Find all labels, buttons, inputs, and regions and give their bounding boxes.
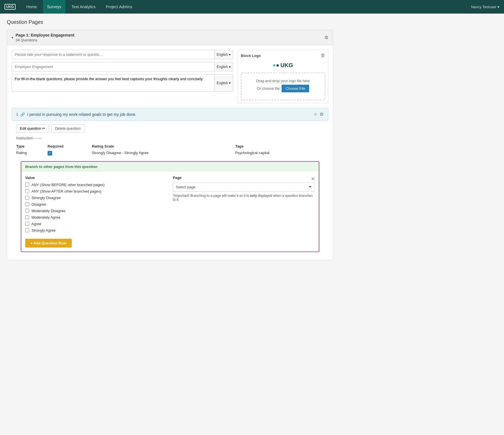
choose-file-button[interactable]: Choose File — [282, 85, 309, 92]
card-header: ▾ Page 1: Employee Engagement 34 Questio… — [7, 30, 333, 45]
question-gear-icon[interactable]: ⚙ — [320, 112, 324, 117]
ukg-text: UKG — [280, 62, 293, 69]
branch-option-label-4: Moderately Disagree — [31, 209, 65, 213]
edit-question-button[interactable]: Edit question ✏ — [16, 124, 49, 133]
page-select[interactable]: Select page — [173, 183, 315, 191]
branch-option-3: Disagree — [25, 202, 167, 206]
delete-question-button[interactable]: Delete question — [51, 124, 84, 133]
page-content: Question Pages ▾ Page 1: Employee Engage… — [0, 14, 340, 270]
question-text: I persist in pursuing my work-related go… — [27, 112, 136, 117]
nav-surveys[interactable]: Surveys — [43, 0, 65, 14]
branch-checkbox-4[interactable] — [25, 209, 29, 213]
branch-checkbox-7[interactable] — [25, 228, 29, 232]
branch-option-1: ANY (Show AFTER other branched pages) — [25, 189, 167, 193]
navbar: UKG Home Surveys Text Analytics Project … — [0, 0, 504, 14]
input-statement[interactable] — [12, 50, 214, 59]
branch-option-label-0: ANY (Show BEFORE other branched pages) — [31, 183, 105, 187]
branch-checkbox-3[interactable] — [25, 202, 29, 206]
or-choose-text: Or choose file: Choose File — [247, 85, 319, 92]
branch-checkbox-6[interactable] — [25, 222, 29, 226]
chevron-down-icon: ▾ — [497, 5, 499, 9]
branch-option-5: Moderately Agree — [25, 215, 167, 219]
branch-checkbox-1[interactable] — [25, 189, 29, 193]
brand-icon: UKG — [5, 4, 16, 10]
nav-project-admins[interactable]: Project Admins — [102, 0, 136, 14]
main-card: ▾ Page 1: Employee Engagement 34 Questio… — [7, 30, 333, 260]
branch-col-value: Value ANY (Show BEFORE other branched pa… — [25, 176, 167, 235]
questions-count: 34 Questions — [16, 38, 75, 42]
branch-note-bold: only — [250, 194, 257, 198]
branch-option-label-5: Moderately Agree — [31, 215, 60, 219]
lang-label-1: English — [217, 53, 228, 57]
input-row-2: English ▾ — [12, 62, 233, 71]
edit-question-label: Edit question — [20, 126, 41, 131]
logo-preview: UKG — [241, 60, 325, 70]
block-content: English ▾ English ▾ For fill-in-the-blan… — [7, 45, 333, 108]
logo-block-header: Block Logo 🗑 — [241, 53, 325, 58]
nav-home[interactable]: Home — [22, 0, 41, 14]
info-icon: ℹ — [16, 112, 18, 117]
question-section: ℹ 🔗 I persist in pursuing my work-relate… — [12, 108, 328, 260]
logo-block-title: Block Logo — [241, 54, 261, 58]
branch-option-4: Moderately Disagree — [25, 209, 167, 213]
lang-select-1[interactable]: English ▾ — [214, 50, 233, 59]
branch-header: Branch to other pages from this question — [21, 162, 319, 172]
gear-icon[interactable]: ⚙ — [324, 35, 328, 40]
chevron-down-icon: ▾ — [229, 53, 231, 57]
required-col-header: Required — [48, 143, 92, 150]
branch-option-0: ANY (Show BEFORE other branched pages) — [25, 183, 167, 187]
lang-select-2[interactable]: English ▾ — [214, 62, 233, 71]
chevron-down-icon: ▾ — [229, 81, 231, 85]
meta-table: Type Required Rating Scale Tags Rating ✓ — [16, 143, 324, 157]
add-rule-row: + Add Question Rule — [25, 239, 315, 248]
delete-logo-button[interactable]: 🗑 — [321, 53, 325, 58]
drag-text: Drag and drop your logo file here — [247, 79, 319, 83]
ukg-logo: UKG — [243, 62, 324, 69]
add-question-rule-button[interactable]: + Add Question Rule — [25, 239, 72, 248]
edit-panel: Edit question ✏ Delete question Instruct… — [12, 121, 328, 260]
logo-drop-zone[interactable]: Drag and drop your logo file here Or cho… — [241, 72, 325, 100]
link-icon: 🔗 — [20, 112, 25, 117]
dot-teal — [273, 64, 275, 67]
branch-option-7: Strongly Agree — [25, 228, 167, 233]
edit-buttons: Edit question ✏ Delete question — [16, 124, 324, 133]
textarea-fillblank[interactable]: For fill-in-the-blank questions, please … — [12, 74, 214, 91]
lang-select-3[interactable]: English ▾ — [214, 74, 233, 91]
rating-scale-col-header: Rating Scale — [92, 143, 235, 150]
branch-checkbox-2[interactable] — [25, 196, 29, 200]
branch-checkbox-0[interactable] — [25, 183, 29, 187]
branch-page-header: Page — [173, 176, 182, 180]
chevron-down-icon: ▾ — [229, 65, 231, 69]
branch-panel: Branch to other pages from this question… — [21, 161, 319, 252]
branch-note-part1: *Important! Branching to a page will mak… — [173, 194, 250, 198]
branch-option-label-6: Agree — [31, 222, 41, 226]
branch-option-label-3: Disagree — [31, 202, 46, 206]
question-actions: ✛ ⚙ — [314, 112, 324, 117]
question-left: ℹ 🔗 I persist in pursuing my work-relate… — [16, 112, 136, 117]
branch-option-label-7: Strongly Agree — [31, 228, 56, 233]
branch-option-label-1: ANY (Show AFTER other branched pages) — [31, 189, 101, 193]
chevron-down-icon[interactable]: ▾ — [12, 36, 13, 40]
user-name: Nancy Testuser — [471, 5, 496, 9]
close-branch-button[interactable]: ✕ — [311, 177, 315, 181]
required-checkbox[interactable]: ✓ — [48, 151, 52, 155]
textarea-row: For fill-in-the-blank questions, please … — [12, 74, 233, 92]
block-left: English ▾ English ▾ For fill-in-the-blan… — [12, 50, 233, 103]
branch-note: *Important! Branching to a page will mak… — [173, 194, 315, 202]
type-val: Rating — [16, 150, 48, 157]
user-menu[interactable]: Nancy Testuser ▾ — [471, 5, 499, 9]
drag-icon[interactable]: ✛ — [314, 112, 317, 117]
pencil-icon: ✏ — [42, 126, 45, 131]
nav-text-analytics[interactable]: Text Analytics — [68, 0, 100, 14]
branch-value-header: Value — [25, 176, 167, 180]
input-engagement[interactable] — [12, 62, 214, 71]
logo-block: Block Logo 🗑 UKG Drag and d — [238, 50, 328, 103]
branch-columns: Value ANY (Show BEFORE other branched pa… — [25, 176, 315, 235]
meta-row: Rating ✓ Strongly Disagree - Strongly Ag… — [16, 150, 324, 157]
required-val: ✓ — [48, 150, 92, 157]
lang-label-3: English — [217, 81, 228, 85]
card-header-left: ▾ Page 1: Employee Engagement 34 Questio… — [12, 33, 75, 42]
page-label: Page 1: Employee Engagement — [16, 33, 75, 37]
branch-checkbox-5[interactable] — [25, 215, 29, 219]
question-item: ℹ 🔗 I persist in pursuing my work-relate… — [12, 108, 328, 121]
